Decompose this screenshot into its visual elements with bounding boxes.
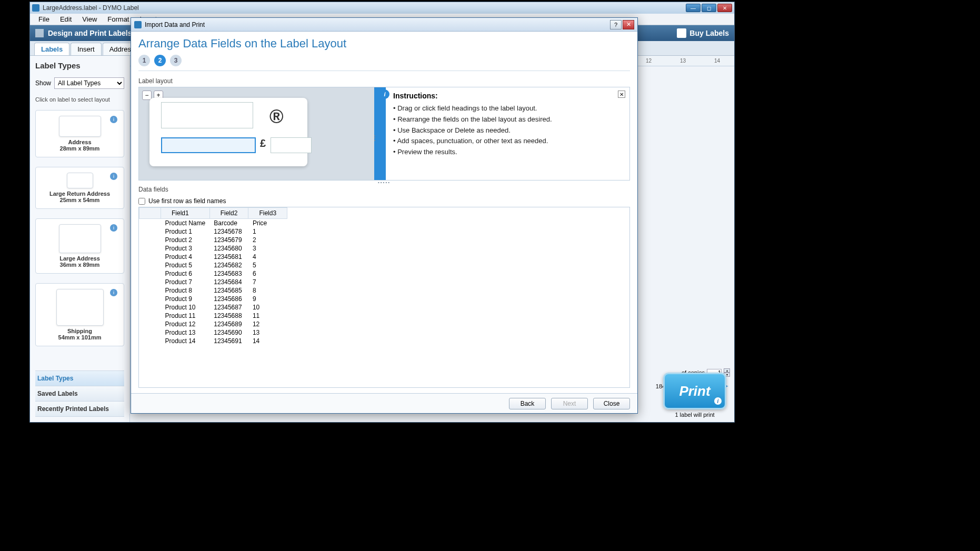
info-icon[interactable]: i	[110, 224, 117, 232]
table-row[interactable]: Product 8123456858	[139, 286, 287, 295]
instructions-list: Drag or click field headings to the labe…	[393, 103, 622, 158]
close-button[interactable]: Close	[593, 398, 630, 409]
table-cell: 12345680	[209, 244, 248, 253]
table-row[interactable]: Product 5123456825	[139, 261, 287, 269]
nav-saved-labels[interactable]: Saved Labels	[35, 386, 124, 402]
horizontal-splitter[interactable]: •••••	[138, 181, 630, 184]
data-table[interactable]: Field1Field2Field3 Product NameBarcodePr…	[138, 207, 630, 388]
table-cell: 12345689	[209, 320, 248, 328]
table-cell: 5	[248, 261, 287, 269]
print-button[interactable]: Print i	[663, 373, 726, 409]
menu-file[interactable]: File	[33, 14, 55, 24]
column-header[interactable]: Field3	[248, 208, 287, 219]
table-cell: 9	[248, 295, 287, 303]
field-placeholder-top[interactable]	[161, 102, 253, 128]
nav-recent-labels[interactable]: Recently Printed Labels	[35, 402, 124, 417]
table-row[interactable]: Product 4123456814	[139, 253, 287, 261]
table-cell: 6	[248, 269, 287, 278]
table-row[interactable]: Product 131234569013	[139, 328, 287, 337]
table-row[interactable]: Product 3123456803	[139, 244, 287, 253]
dialog-help-button[interactable]: ?	[610, 20, 622, 29]
dialog-close-button[interactable]: ✕	[623, 20, 634, 29]
layout-label: Label layout	[138, 77, 630, 85]
table-cell: 12345682	[209, 261, 248, 269]
step-3[interactable]: 3	[170, 55, 182, 66]
print-status: 1 label will print	[675, 412, 714, 418]
table-cell: 12345688	[209, 312, 248, 320]
table-cell: Product Name	[161, 219, 210, 228]
registered-symbol: ®	[269, 106, 284, 128]
table-row[interactable]: Product 111234568811	[139, 312, 287, 320]
table-row[interactable]: Product 141234569114	[139, 337, 287, 345]
table-cell: 3	[248, 244, 287, 253]
table-cell: Product 13	[161, 328, 210, 337]
window-close-button[interactable]: ✕	[717, 4, 732, 12]
table-cell: Product 6	[161, 269, 210, 278]
table-cell: Product 3	[161, 244, 210, 253]
instructions-title: Instructions:	[393, 92, 622, 100]
nav-label-types[interactable]: Label Types	[35, 371, 124, 386]
show-select[interactable]: All Label Types	[54, 77, 124, 89]
table-row[interactable]: Product 7123456847	[139, 278, 287, 286]
pound-symbol: £	[260, 137, 266, 149]
table-cell: Product 12	[161, 320, 210, 328]
table-row[interactable]: Product 121234568912	[139, 320, 287, 328]
dialog-titlebar: Import Data and Print ? ✕	[131, 18, 637, 32]
instructions-close[interactable]: ✕	[618, 91, 625, 98]
layout-preview[interactable]: − + ® £ ↖	[139, 87, 374, 180]
thumb-preview	[67, 173, 93, 188]
column-header[interactable]: Field1	[161, 208, 210, 219]
column-header[interactable]: Field2	[209, 208, 248, 219]
zoom-out-button[interactable]: −	[142, 91, 152, 100]
label-thumb-large-address[interactable]: Large Address 36mm x 89mm i	[35, 218, 124, 274]
menu-edit[interactable]: Edit	[55, 14, 77, 24]
table-cell: 8	[248, 286, 287, 295]
menu-view[interactable]: View	[77, 14, 102, 24]
tab-insert[interactable]: Insert	[71, 43, 102, 55]
table-cell: 1	[248, 227, 287, 236]
field-placeholder-right[interactable]	[271, 137, 312, 153]
info-icon[interactable]: i	[110, 173, 117, 180]
table-row[interactable]: Product 2123456792	[139, 236, 287, 244]
table-cell: 14	[248, 337, 287, 345]
use-first-row-checkbox[interactable]	[138, 198, 145, 205]
label-card[interactable]: ® £	[149, 98, 307, 166]
menu-format[interactable]: Format	[102, 14, 134, 24]
table-cell: Product 2	[161, 236, 210, 244]
table-row[interactable]: Product NameBarcodePrice	[139, 219, 287, 228]
table-row[interactable]: Product 6123456836	[139, 269, 287, 278]
table-row[interactable]: Product 1123456781	[139, 227, 287, 236]
copies-up[interactable]: ▴	[724, 368, 730, 373]
print-info-icon[interactable]: i	[714, 397, 722, 405]
label-thumb-large-return[interactable]: Large Return Address 25mm x 54mm i	[35, 167, 124, 209]
table-cell: 12345690	[209, 328, 248, 337]
label-thumb-address[interactable]: Address 28mm x 89mm i	[35, 110, 124, 157]
table-row[interactable]: Product 101234568710	[139, 303, 287, 312]
next-button[interactable]: Next	[551, 398, 588, 409]
step-2[interactable]: 2	[154, 55, 166, 66]
info-icon[interactable]: i	[110, 116, 117, 123]
buy-labels-link[interactable]: Buy Labels	[689, 29, 729, 37]
field-placeholder-selected[interactable]	[161, 137, 256, 153]
info-icon[interactable]: i	[110, 289, 117, 296]
cart-icon	[677, 28, 686, 38]
label-thumb-shipping[interactable]: Shipping 54mm x 101mm i	[35, 283, 124, 346]
table-cell: Product 8	[161, 286, 210, 295]
table-cell: Product 11	[161, 312, 210, 320]
table-row[interactable]: Product 9123456869	[139, 295, 287, 303]
table-cell: Product 9	[161, 295, 210, 303]
table-cell: 7	[248, 278, 287, 286]
maximize-button[interactable]: ◻	[702, 4, 716, 12]
vertical-splitter[interactable]	[374, 87, 386, 180]
table-cell: 12345686	[209, 295, 248, 303]
use-first-row-label: Use first row as field names	[148, 197, 226, 205]
table-cell: 10	[248, 303, 287, 312]
table-cell: Product 5	[161, 261, 210, 269]
back-button[interactable]: Back	[509, 398, 546, 409]
tab-labels[interactable]: Labels	[34, 43, 69, 55]
table-cell: 12345687	[209, 303, 248, 312]
minimize-button[interactable]: —	[686, 4, 701, 12]
dialog-title: Import Data and Print	[145, 21, 205, 28]
layout-row: − + ® £ ↖ i ✕ Instructions: Drag or cl	[138, 87, 630, 181]
step-1[interactable]: 1	[138, 55, 150, 66]
